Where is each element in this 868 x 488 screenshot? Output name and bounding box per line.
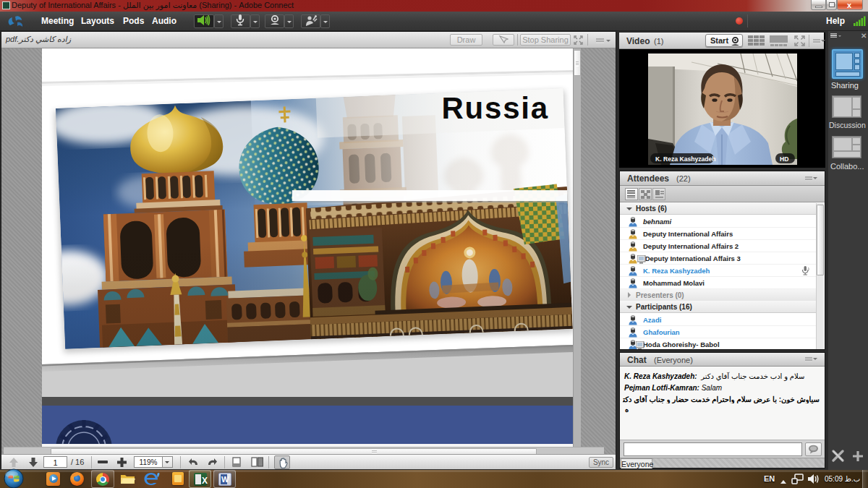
- svg-text:Russia: Russia: [441, 91, 549, 125]
- svg-text:HD: HD: [780, 155, 788, 163]
- svg-text:K. Reza Kashyzadeh: K. Reza Kashyzadeh: [655, 155, 716, 163]
